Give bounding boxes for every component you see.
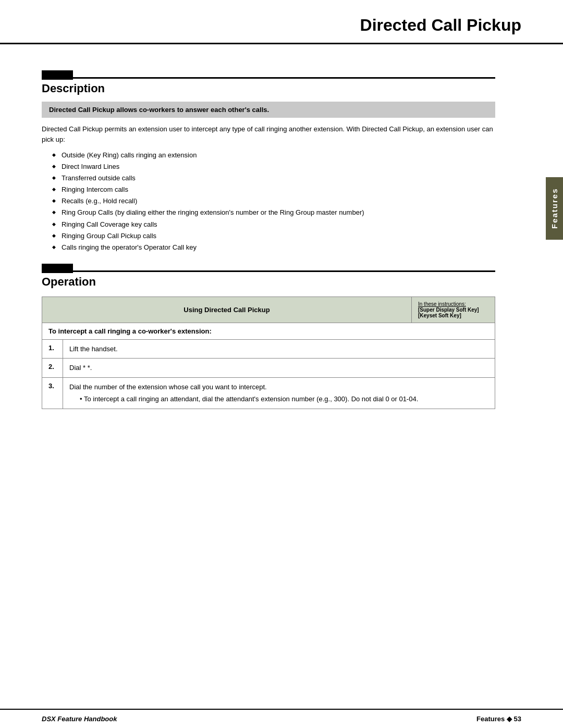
operation-bar-line: [73, 270, 495, 272]
step-number-1: 1.: [42, 339, 63, 359]
operation-section-title: Operation: [42, 275, 495, 289]
sub-header-cell: To intercept a call ringing a co-worker'…: [42, 323, 495, 339]
operation-bar-accent: [42, 264, 73, 273]
list-item: Outside (Key Ring) calls ringing an exte…: [52, 150, 495, 161]
operation-section: Operation Using Directed Call Pickup In …: [42, 264, 495, 409]
table-header-row: Using Directed Call Pickup In these inst…: [42, 297, 495, 323]
highlight-text: Directed Call Pickup allows co-workers t…: [49, 106, 488, 114]
operation-table: Using Directed Call Pickup In these inst…: [42, 297, 495, 409]
footer-left: DSX Feature Handbook: [42, 715, 117, 723]
step-3-main: Dial the number of the extension whose c…: [69, 383, 267, 391]
description-section-heading: Description: [42, 70, 495, 95]
footer-page-number: 53: [514, 715, 521, 723]
list-item: Ringing Call Coverage key calls: [52, 219, 495, 230]
highlight-box: Directed Call Pickup allows co-workers t…: [42, 102, 495, 118]
description-intro: Directed Call Pickup permits an extensio…: [42, 124, 495, 144]
footer-right: Features ◆ 53: [476, 715, 521, 723]
note-item-1: [Super Display Soft Key]: [418, 307, 488, 313]
page-container: Directed Call Pickup Description Directe…: [0, 0, 563, 728]
note-item-2: [Keyset Soft Key]: [418, 313, 488, 318]
bullet-list: Outside (Key Ring) calls ringing an exte…: [42, 150, 495, 253]
description-bar-line: [73, 77, 495, 79]
page-footer: DSX Feature Handbook Features ◆ 53: [0, 709, 563, 728]
step-row-1: 1. Lift the handset.: [42, 339, 495, 359]
operation-heading-bar: [42, 264, 495, 273]
step-content-3: Dial the number of the extension whose c…: [63, 377, 495, 409]
list-item: Ring Group Calls (by dialing either the …: [52, 207, 495, 218]
note-title: In these instructions:: [418, 301, 466, 307]
list-item: Ringing Intercom calls: [52, 184, 495, 195]
step-row-2: 2. Dial * *.: [42, 359, 495, 378]
sub-header-row: To intercept a call ringing a co-worker'…: [42, 323, 495, 339]
step-row-3: 3. Dial the number of the extension whos…: [42, 377, 495, 409]
step-content-1: Lift the handset.: [63, 339, 495, 359]
footer-label: Features: [476, 715, 505, 723]
description-heading-bar: [42, 70, 495, 80]
step-content-2: Dial * *.: [63, 359, 495, 378]
table-header-main: Using Directed Call Pickup: [42, 297, 412, 323]
page-title-bar: Directed Call Pickup: [0, 0, 563, 44]
table-header-note: In these instructions: [Super Display So…: [412, 297, 495, 323]
list-item: Direct Inward Lines: [52, 161, 495, 172]
step-3-sub: To intercept a call ringing an attendant…: [69, 394, 488, 404]
list-item: Ringing Group Call Pickup calls: [52, 230, 495, 242]
description-bar-accent: [42, 70, 73, 80]
features-tab: Features: [546, 177, 563, 240]
list-item: Transferred outside calls: [52, 172, 495, 184]
list-item: Recalls (e.g., Hold recall): [52, 195, 495, 207]
operation-section-heading: Operation: [42, 264, 495, 289]
main-content: Description Directed Call Pickup allows …: [0, 44, 537, 430]
page-title: Directed Call Pickup: [360, 16, 521, 34]
description-section-title: Description: [42, 82, 495, 95]
step-number-3: 3.: [42, 377, 63, 409]
list-item: Calls ringing the operator's Operator Ca…: [52, 242, 495, 253]
footer-diamond: ◆: [507, 715, 514, 723]
step-number-2: 2.: [42, 359, 63, 378]
